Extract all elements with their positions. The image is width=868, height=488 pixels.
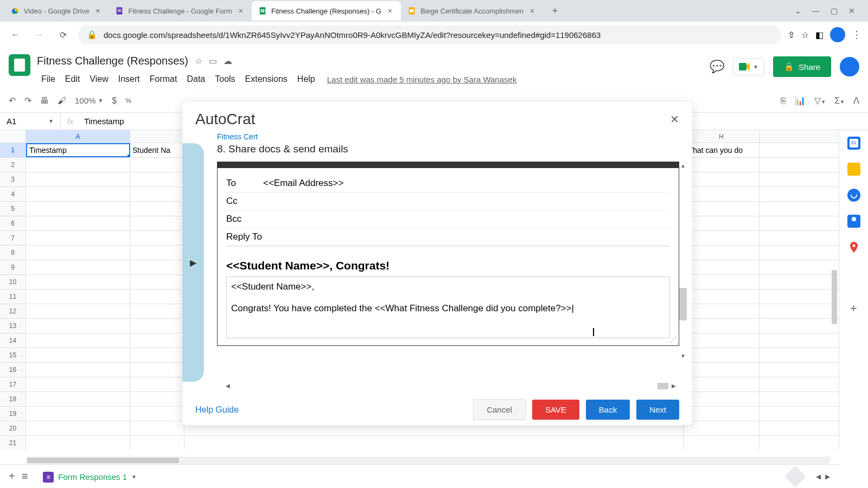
dialog-sidebar-toggle[interactable]: ▶ (182, 143, 204, 382)
maps-icon[interactable] (847, 241, 860, 254)
cell[interactable] (26, 436, 130, 450)
close-icon[interactable]: × (528, 7, 537, 15)
add-addon-icon[interactable]: + (850, 301, 857, 316)
email-body-textarea[interactable]: <<Student Name>>, Congrats! You have com… (226, 277, 670, 338)
cell[interactable] (684, 436, 760, 450)
insert-link-icon[interactable]: ⎘ (781, 96, 786, 106)
next-button[interactable]: Next (636, 400, 679, 420)
col-header-b[interactable] (130, 130, 184, 143)
profile-avatar[interactable] (830, 27, 845, 42)
share-button[interactable]: 🔒 Share (773, 56, 831, 77)
email-replyto-row[interactable]: Reply To (226, 228, 670, 246)
cell[interactable] (26, 377, 130, 391)
menu-data[interactable]: Data (182, 72, 209, 86)
cell[interactable] (684, 216, 760, 230)
forward-button[interactable]: → (30, 26, 48, 43)
cell[interactable] (26, 172, 130, 187)
close-icon[interactable]: × (386, 7, 394, 15)
document-title[interactable]: Fitness Challenge (Responses) (37, 55, 188, 67)
tab-drive[interactable]: Video - Google Drive × (4, 1, 108, 21)
cell[interactable] (26, 260, 130, 274)
dialog-close-button[interactable]: ✕ (670, 113, 679, 126)
cell[interactable] (684, 407, 760, 421)
share-page-icon[interactable]: ⇧ (788, 30, 795, 40)
cell[interactable] (130, 436, 184, 450)
resize-handle-icon[interactable]: ⋰ (670, 336, 676, 343)
cell[interactable] (130, 319, 184, 333)
menu-format[interactable]: Format (145, 72, 182, 86)
contacts-icon[interactable] (847, 215, 860, 228)
cell[interactable] (26, 304, 130, 318)
star-icon[interactable]: ☆ (195, 56, 202, 66)
sidepanel-icon[interactable]: ◧ (815, 30, 824, 40)
email-bcc-row[interactable]: Bcc (226, 210, 670, 228)
cell[interactable] (26, 275, 130, 289)
cell[interactable] (684, 260, 760, 274)
cell[interactable] (684, 304, 760, 318)
email-subject-input[interactable]: <<Student Name>>, Congrats! (218, 253, 679, 274)
sheet-nav-left-icon[interactable]: ◀ (816, 473, 821, 480)
cell[interactable] (684, 363, 760, 377)
row-header[interactable]: 3 (0, 172, 26, 187)
row-header[interactable]: 10 (0, 275, 26, 289)
row-header[interactable]: 8 (0, 246, 26, 260)
add-sheet-button[interactable]: + (9, 470, 15, 483)
cell[interactable] (130, 172, 184, 187)
percent-icon[interactable]: % (125, 97, 131, 105)
help-guide-link[interactable]: Help Guide (195, 405, 239, 415)
cell[interactable] (130, 231, 184, 245)
sheets-logo[interactable] (9, 54, 30, 76)
undo-icon[interactable]: ↶ (9, 95, 16, 106)
row-header[interactable]: 21 (0, 436, 26, 450)
cell[interactable] (130, 246, 184, 260)
cell[interactable] (684, 172, 760, 187)
cell[interactable] (26, 216, 130, 230)
horizontal-scrollbar[interactable] (26, 457, 830, 464)
cell[interactable]: Student Na (130, 143, 184, 157)
row-header[interactable]: 11 (0, 290, 26, 304)
cell[interactable] (130, 260, 184, 274)
cell[interactable] (26, 333, 130, 348)
cell[interactable] (684, 377, 760, 391)
keep-icon[interactable] (847, 163, 860, 176)
cell[interactable] (130, 377, 184, 391)
save-button[interactable]: SAVE (532, 400, 579, 420)
menu-help[interactable]: Help (293, 72, 320, 86)
name-box[interactable]: A1 ▼ (0, 113, 61, 130)
insert-chart-icon[interactable]: 📊 (795, 95, 806, 106)
cell-a1[interactable]: Timestamp (26, 143, 130, 157)
cell[interactable] (130, 348, 184, 362)
col-header-a[interactable]: A (26, 130, 130, 143)
menu-insert[interactable]: Insert (114, 72, 144, 86)
zoom-dropdown[interactable]: 100% ▼ (75, 96, 103, 105)
cell[interactable] (130, 363, 184, 377)
account-avatar[interactable] (840, 57, 859, 76)
menu-tools[interactable]: Tools (210, 72, 239, 86)
filter-icon[interactable]: ▽▼ (814, 95, 826, 106)
row-header[interactable]: 20 (0, 421, 26, 435)
comments-icon[interactable]: 💬 (710, 60, 724, 74)
maximize-icon[interactable]: ▢ (831, 7, 838, 15)
cell[interactable] (684, 187, 760, 201)
cell[interactable] (130, 187, 184, 201)
cell[interactable] (26, 231, 130, 245)
close-icon[interactable]: × (93, 7, 102, 15)
cell[interactable] (26, 187, 130, 201)
row-header[interactable]: 1 (0, 143, 26, 157)
collapse-toolbar-icon[interactable]: ᐱ (853, 95, 859, 106)
cell[interactable] (684, 275, 760, 289)
cell[interactable] (26, 202, 130, 216)
cloud-icon[interactable]: ☁ (224, 56, 232, 66)
menu-edit[interactable]: Edit (61, 72, 85, 86)
cell[interactable] (130, 275, 184, 289)
menu-file[interactable]: File (37, 72, 60, 86)
cell[interactable] (684, 348, 760, 362)
star-icon[interactable]: ☆ (801, 30, 809, 40)
row-header[interactable]: 13 (0, 319, 26, 333)
cell[interactable] (130, 421, 184, 435)
url-bar[interactable]: 🔒 docs.google.com/spreadsheets/d/1WknZR6… (78, 25, 781, 44)
cell[interactable] (130, 158, 184, 172)
sheet-tab-form-responses[interactable]: ≡ Form Responses 1 ▼ (34, 466, 145, 487)
email-cc-row[interactable]: Cc (226, 192, 670, 210)
cell[interactable] (130, 333, 184, 348)
